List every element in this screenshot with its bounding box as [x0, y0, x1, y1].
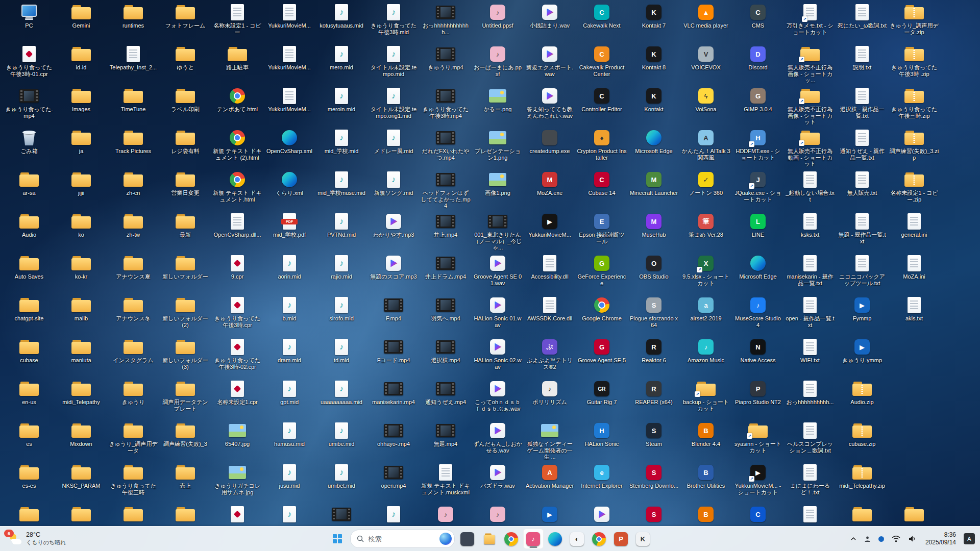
desktop-icon[interactable]: Track Pictures — [107, 127, 159, 168]
desktop-icon[interactable]: TimeTune — [107, 85, 159, 127]
desktop-icon[interactable]: 新規 テキスト ドキュメント.html — [211, 168, 263, 210]
desktop-icon[interactable]: aairset2-2019 — [680, 294, 732, 336]
desktop-icon[interactable]: Audio.zip — [836, 378, 888, 419]
start-button[interactable] — [327, 529, 348, 549]
desktop-icon[interactable]: Telepathy_Inst_2... — [107, 43, 159, 85]
desktop-icon[interactable]: EEpson 接続診断ツール — [576, 210, 628, 252]
desktop-icon[interactable]: ♪タイトル未設定.tempo.orig1.mid — [368, 85, 420, 127]
desktop-icon[interactable]: ♪Amazon Music — [680, 336, 732, 378]
desktop-icon[interactable]: ja — [55, 127, 107, 168]
desktop-icon[interactable]: ↗無人販売不正行為 画像 - ショートカット — [784, 85, 836, 127]
desktop-icon[interactable]: Gemini — [55, 1, 107, 43]
desktop-icon[interactable]: ▶↗YukkuriMovieM... - ショートカット — [732, 461, 784, 503]
desktop-icon[interactable]: プレゼンテーション1.png — [472, 127, 524, 168]
desktop-icon[interactable]: PPiapro Studio NT2 — [732, 378, 784, 419]
desktop-icon[interactable]: 調声練習(失敗)_3.zip — [888, 127, 940, 168]
desktop-icon[interactable]: Accessibility.dll — [524, 252, 576, 294]
desktop-icon[interactable] — [836, 503, 888, 528]
wifi-icon[interactable] — [890, 534, 902, 544]
desktop-icon[interactable]: ♪ポリリリズム — [524, 378, 576, 419]
desktop-icon[interactable]: きゅうりガチコレ用サムネ.jpg — [211, 461, 263, 503]
desktop-icon[interactable]: レジ袋有料 — [159, 127, 211, 168]
desktop-icon[interactable]: きゅうり.mp4 — [420, 43, 472, 85]
desktop-icon[interactable]: ♪umibet.mid — [315, 461, 368, 503]
desktop-icon[interactable]: わかりやす.mp3 — [368, 210, 420, 252]
desktop-icon[interactable]: ぷぷよぷよ™テトリス®2 — [524, 336, 576, 378]
desktop-icon[interactable]: ♪kotusytuaaus.mid — [315, 1, 368, 43]
desktop-icon[interactable]: GRGuitar Rig 7 — [576, 378, 628, 419]
desktop-icon[interactable]: HALion Sonic 02.wav — [472, 336, 524, 378]
desktop-icon[interactable]: en-us — [3, 378, 55, 419]
desktop-icon[interactable]: BBrother Utilities — [680, 461, 732, 503]
desktop-icon[interactable]: ♪おーばーまにあ.ppsf — [472, 43, 524, 85]
desktop-icon[interactable]: 選択肢.mp4 — [420, 336, 472, 378]
desktop-icon[interactable]: es-es — [3, 461, 55, 503]
taskbar-app-k-app[interactable]: K — [633, 529, 653, 549]
desktop-icon[interactable]: cubase.zip — [836, 419, 888, 461]
desktop-icon[interactable]: 名称未設定1 - コピー — [211, 1, 263, 43]
desktop-icon[interactable]: きゅうり — [107, 378, 159, 419]
desktop-icon[interactable]: ♪きゅうり食ってた午後3時.mid — [368, 1, 420, 43]
desktop-icon[interactable]: KKontakt 7 — [628, 1, 680, 43]
desktop-icon[interactable]: ↗万引きメモ.txt - ショートカット — [784, 1, 836, 43]
desktop-icon[interactable]: ヘッドフォンはずしててよかった.mp4 — [420, 168, 472, 210]
desktop-icon[interactable]: 名称未設定1 - コピー.zip — [888, 168, 940, 210]
desktop-icon[interactable]: 新しいフォルダー — [159, 252, 211, 294]
desktop-icon[interactable]: 羽気へ.mp4 — [420, 294, 472, 336]
desktop-icon[interactable]: midi_Telepathy — [55, 378, 107, 419]
desktop-icon[interactable]: きゅうり_調声用データ.zip — [888, 1, 940, 43]
desktop-icon[interactable]: 説明.txt — [836, 43, 888, 85]
desktop-icon[interactable]: ↗無人販売不正行為 画像 - ショートカッ... — [784, 43, 836, 85]
desktop-icon[interactable]: 65407.jpg — [211, 419, 263, 461]
desktop-icon[interactable]: きゅうり食ってた午後三時.zip — [888, 85, 940, 127]
desktop-icon[interactable]: MMinecraft Launcher — [628, 168, 680, 210]
desktop-icon[interactable]: manisekarin - 親作品一覧.txt — [784, 252, 836, 294]
desktop-icon[interactable]: おっhhhhhhhhhhhh... — [420, 1, 472, 43]
desktop-icon[interactable]: ✓ノートン 360 — [680, 168, 732, 210]
desktop-icon[interactable]: ↗syasinn - ショートカット — [732, 419, 784, 461]
hidden-icons-chevron[interactable] — [849, 535, 858, 542]
desktop-icon[interactable]: GGIMP 3.0.4 — [732, 85, 784, 127]
desktop-icon[interactable]: ニコニコバックアップツール.txt — [836, 252, 888, 294]
desktop-icon[interactable]: 新しいフォルダー (2) — [159, 294, 211, 336]
desktop-icon[interactable]: YukkuriMovieM... — [263, 1, 315, 43]
desktop-icon[interactable]: 営業日変更 — [159, 168, 211, 210]
desktop-icon[interactable]: PC — [3, 1, 55, 43]
desktop-icon[interactable]: バズドラ.wav — [472, 461, 524, 503]
desktop-icon[interactable]: ▶YukkuriMovieM... — [524, 210, 576, 252]
desktop-icon[interactable]: きゅうり食ってた午後3時 .zip — [888, 43, 940, 85]
desktop-icon[interactable]: ♪td.mid — [315, 336, 368, 378]
desktop-icon[interactable]: Fコード.mp4 — [368, 336, 420, 378]
desktop-icon[interactable]: LLINE — [732, 210, 784, 252]
desktop-icon[interactable]: open.mp4 — [368, 461, 420, 503]
desktop-icon[interactable]: ↗無人販売不正行為 動画 - ショートカット — [784, 127, 836, 168]
desktop-icon[interactable]: だれだFXいれたやつ.mp4 — [420, 127, 472, 168]
desktop-icon[interactable]: ko-kr — [55, 252, 107, 294]
desktop-icon[interactable]: zh-tw — [107, 210, 159, 252]
desktop-icon[interactable]: ♪MuseScore Studio 4 — [732, 294, 784, 336]
desktop-icon[interactable]: VVOICEVOX — [680, 43, 732, 85]
desktop-icon[interactable]: 調声用データテンプレート — [159, 378, 211, 419]
desktop-icon[interactable]: GGeForce Experience — [576, 252, 628, 294]
desktop-icon[interactable]: MMuseHub — [628, 210, 680, 252]
desktop-icon[interactable]: ♪uaaaaaaaaa.mid — [315, 378, 368, 419]
desktop-icon[interactable]: S — [628, 503, 680, 528]
desktop-icon[interactable]: X↗9.5.xlsx - ショートカット — [680, 252, 732, 294]
desktop-icon[interactable]: ♪gpt.mid — [263, 378, 315, 419]
ime-indicator[interactable]: A — [964, 533, 975, 544]
desktop-icon[interactable]: 答え知ってても教えんわこれい.wav — [524, 85, 576, 127]
desktop-icon[interactable]: CCMS — [732, 1, 784, 43]
desktop-icon[interactable] — [888, 503, 940, 528]
desktop-icon[interactable]: ゆうと — [159, 43, 211, 85]
desktop-icon[interactable]: RREAPER (x64) — [628, 378, 680, 419]
desktop-icon[interactable]: 最新 — [159, 210, 211, 252]
desktop-icon[interactable]: 新規 テキスト ドキュメント (2).html — [211, 127, 263, 168]
bluetooth-tray-icon[interactable] — [877, 535, 886, 543]
desktop-icon[interactable]: ♪Untitled.ppsf — [472, 1, 524, 43]
desktop-icon[interactable]: まにまにわーるど！.txt — [784, 461, 836, 503]
taskbar-app-copilot[interactable]: ◐ — [567, 529, 587, 549]
desktop-icon[interactable] — [55, 503, 107, 528]
desktop-icon[interactable]: Microsoft Edge — [732, 252, 784, 294]
desktop-icon[interactable]: NKSC_PARAM — [55, 461, 107, 503]
desktop-icon[interactable]: DDiscord — [732, 43, 784, 85]
